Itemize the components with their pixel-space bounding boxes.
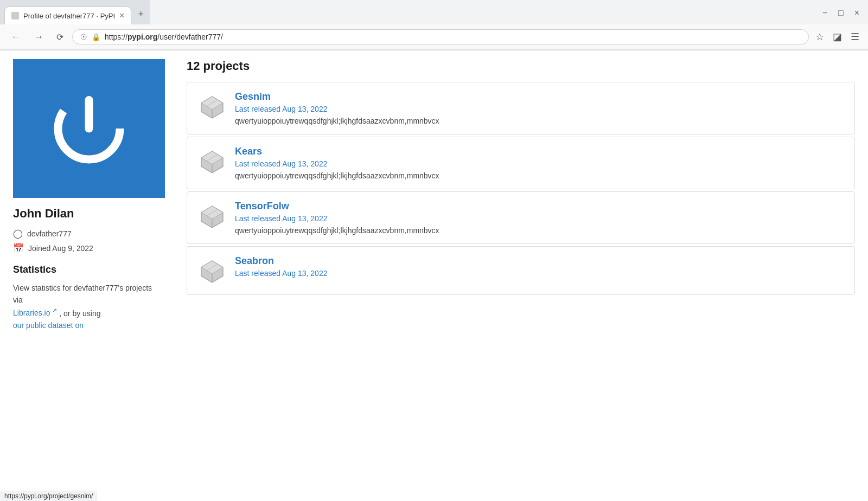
lock-icon: 🔒 (92, 33, 100, 41)
url-path: /user/devfather777/ (157, 33, 223, 41)
package-box-icon (199, 259, 225, 285)
user-info: ◯ devfather777 📅 Joined Aug 9, 2022 (13, 228, 161, 253)
window-controls: − □ × (814, 2, 868, 24)
security-button[interactable]: ◪ (831, 29, 844, 45)
project-desc: qwertyuioppoiuytrewqqsdfghjkl;lkjhgfdsaa… (235, 117, 844, 125)
maximize-button[interactable]: □ (834, 6, 848, 20)
statistics-description: View statistics for devfather777's proje… (13, 282, 161, 331)
avatar-container (13, 59, 165, 198)
bookmark-button[interactable]: ☆ (813, 29, 826, 45)
project-desc: qwertyuioppoiuytrewqqsdfghjkl;lkjhgfdsaa… (235, 226, 844, 235)
public-dataset-link[interactable]: our public dataset on (13, 321, 84, 330)
joined-date: Joined Aug 9, 2022 (28, 244, 93, 253)
package-icon (198, 148, 226, 176)
reload-button[interactable]: ⟳ (52, 30, 68, 44)
tab-title: Profile of devfather777 · PyPI (23, 12, 115, 20)
project-name[interactable]: Gesnim (235, 91, 844, 102)
tab-bar: Profile of devfather777 · PyPI × + (0, 0, 150, 24)
external-link-icon: ↗ (52, 307, 57, 314)
project-name[interactable]: TensorFolw (235, 201, 844, 212)
project-card[interactable]: Gesnim Last released Aug 13, 2022 qwerty… (187, 82, 855, 134)
minimize-button[interactable]: − (818, 6, 832, 20)
stats-text-1: View statistics for devfather777's proje… (13, 284, 152, 304)
page-layout: John Dilan ◯ devfather777 📅 Joined Aug 9… (0, 50, 868, 499)
toolbar-right: ☆ ◪ ☰ (813, 29, 861, 45)
active-tab[interactable]: Profile of devfather777 · PyPI × (4, 7, 131, 24)
libraries-io-link[interactable]: Libraries.io ↗ (13, 309, 59, 317)
url-display: https://pypi.org/user/devfather777/ (105, 33, 801, 41)
project-date: Last released Aug 13, 2022 (235, 159, 844, 168)
sidebar: John Dilan ◯ devfather777 📅 Joined Aug 9… (0, 50, 174, 499)
avatar (13, 59, 165, 198)
package-icon (198, 258, 226, 286)
main-content: 12 projects Gesnim Last released Aug 13,… (174, 50, 868, 499)
project-name[interactable]: Seabron (235, 255, 844, 267)
calendar-icon: 📅 (13, 243, 24, 253)
status-url: https://pypi.org/project/gesnim/ (4, 492, 93, 499)
toolbar: ← → ⟳ ☉ 🔒 https://pypi.org/user/devfathe… (0, 24, 868, 50)
project-card[interactable]: Seabron Last released Aug 13, 2022 (187, 246, 855, 295)
browser-chrome: Profile of devfather777 · PyPI × + − □ ×… (0, 0, 868, 50)
statistics-section: Statistics View statistics for devfather… (13, 264, 161, 331)
project-info: TensorFolw Last released Aug 13, 2022 qw… (235, 201, 844, 235)
status-bar: https://pypi.org/project/gesnim/ (0, 491, 97, 499)
project-info: Seabron Last released Aug 13, 2022 (235, 255, 844, 281)
package-box-icon (199, 94, 225, 120)
project-card[interactable]: TensorFolw Last released Aug 13, 2022 qw… (187, 191, 855, 244)
menu-button[interactable]: ☰ (848, 29, 861, 45)
project-name[interactable]: Kears (235, 146, 844, 157)
joined-row: 📅 Joined Aug 9, 2022 (13, 243, 161, 253)
power-icon (48, 88, 130, 169)
project-info: Gesnim Last released Aug 13, 2022 qwerty… (235, 91, 844, 125)
url-host: pypi.org (127, 33, 157, 41)
account-icon: ◯ (13, 228, 23, 239)
project-date: Last released Aug 13, 2022 (235, 105, 844, 113)
tab-close-button[interactable]: × (119, 11, 124, 20)
back-button[interactable]: ← (7, 29, 25, 45)
address-bar[interactable]: ☉ 🔒 https://pypi.org/user/devfather777/ (72, 29, 809, 44)
project-date: Last released Aug 13, 2022 (235, 214, 844, 223)
user-name: John Dilan (13, 207, 161, 221)
url-protocol: https:// (105, 33, 127, 41)
package-box-icon (199, 204, 225, 230)
handle-row: ◯ devfather777 (13, 228, 161, 239)
user-handle: devfather777 (27, 229, 72, 238)
shield-icon: ☉ (80, 33, 87, 41)
close-button[interactable]: × (850, 6, 864, 20)
forward-button[interactable]: → (29, 29, 48, 45)
project-date: Last released Aug 13, 2022 (235, 269, 844, 278)
project-list: Gesnim Last released Aug 13, 2022 qwerty… (187, 82, 855, 295)
package-box-icon (199, 149, 225, 175)
project-desc: qwertyuioppoiuytrewqqsdfghjkl;lkjhgfdsaa… (235, 171, 844, 180)
package-icon (198, 203, 226, 231)
tab-favicon (11, 12, 19, 20)
new-tab-button[interactable]: + (131, 4, 150, 24)
project-card[interactable]: Kears Last released Aug 13, 2022 qwertyu… (187, 137, 855, 189)
statistics-title: Statistics (13, 264, 161, 275)
package-icon (198, 93, 226, 121)
stats-text-2: , or by using (59, 309, 100, 317)
projects-heading: 12 projects (187, 59, 855, 73)
project-info: Kears Last released Aug 13, 2022 qwertyu… (235, 146, 844, 180)
